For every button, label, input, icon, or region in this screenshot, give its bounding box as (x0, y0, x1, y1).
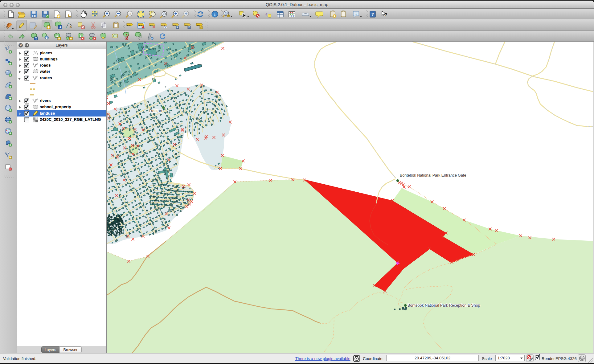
svg-text:?: ? (384, 12, 387, 17)
svg-text:Railton: Railton (149, 108, 162, 113)
svg-text:Bontebok National Park Recepti: Bontebok National Park Reception & Shop (408, 303, 480, 308)
svg-text:i: i (214, 12, 215, 17)
svg-text:?: ? (371, 12, 374, 17)
svg-text:ε: ε (265, 11, 267, 16)
svg-text:abc: abc (127, 24, 131, 27)
svg-text:1:1: 1:1 (128, 13, 131, 15)
svg-text:T: T (355, 12, 357, 15)
svg-text:Bontebok National Park Entranc: Bontebok National Park Entrance Gate (400, 173, 466, 178)
